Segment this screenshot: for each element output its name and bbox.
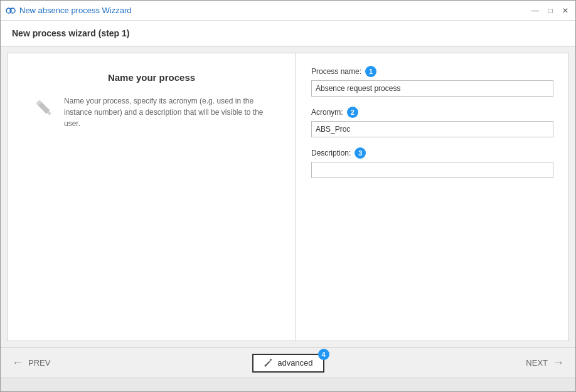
description-input[interactable] bbox=[311, 162, 553, 178]
process-name-group: Process name: 1 bbox=[311, 66, 553, 97]
prev-label[interactable]: PREV bbox=[28, 358, 50, 368]
minimize-button[interactable]: — bbox=[530, 6, 540, 15]
footer-right: NEXT → bbox=[526, 356, 564, 369]
bottom-bar bbox=[1, 378, 575, 391]
svg-point-1 bbox=[10, 8, 15, 13]
main-content: Name your process Name your process, spe… bbox=[7, 53, 569, 341]
window-body: New process wizard (step 1) Name your pr… bbox=[1, 21, 575, 378]
description-label-text: Description: bbox=[311, 149, 351, 157]
process-name-badge: 1 bbox=[365, 66, 376, 77]
title-bar: New absence process Wizzard — □ ✕ bbox=[1, 1, 575, 21]
main-window: New absence process Wizzard — □ ✕ New pr… bbox=[0, 0, 576, 392]
description-label: Description: 3 bbox=[311, 147, 553, 159]
left-panel-body: Name your process, specify its acronym (… bbox=[33, 95, 270, 129]
description-badge: 3 bbox=[355, 147, 366, 159]
svg-point-6 bbox=[265, 364, 267, 366]
acronym-input[interactable] bbox=[311, 121, 553, 137]
advanced-button[interactable]: advanced 4 bbox=[252, 354, 324, 373]
footer: ← PREV advanced 4 NEXT → bbox=[1, 347, 575, 378]
process-name-input[interactable] bbox=[311, 80, 553, 97]
pencil-icon bbox=[33, 97, 55, 121]
step-header: New process wizard (step 1) bbox=[1, 21, 575, 46]
process-name-label: Process name: 1 bbox=[311, 66, 553, 77]
footer-left: ← PREV bbox=[12, 356, 50, 369]
right-panel: Process name: 1 Acronym: 2 Des bbox=[296, 53, 568, 341]
left-panel-description: Name your process, specify its acronym (… bbox=[64, 95, 270, 129]
title-bar-left: New absence process Wizzard bbox=[6, 6, 131, 16]
window-controls: — □ ✕ bbox=[530, 6, 570, 15]
wrench-icon bbox=[264, 358, 274, 368]
description-group: Description: 3 bbox=[311, 147, 553, 178]
advanced-label: advanced bbox=[277, 358, 312, 368]
acronym-label: Acronym: 2 bbox=[311, 107, 553, 118]
acronym-group: Acronym: 2 bbox=[311, 107, 553, 137]
app-icon bbox=[6, 6, 16, 16]
window-title: New absence process Wizzard bbox=[19, 6, 131, 15]
next-label[interactable]: NEXT bbox=[526, 358, 548, 368]
prev-arrow-icon: ← bbox=[12, 356, 23, 369]
left-panel-title: Name your process bbox=[33, 72, 270, 83]
next-arrow-icon: → bbox=[553, 356, 564, 369]
advanced-badge: 4 bbox=[318, 349, 329, 360]
acronym-label-text: Acronym: bbox=[311, 108, 343, 117]
left-panel: Name your process Name your process, spe… bbox=[8, 53, 296, 341]
acronym-badge: 2 bbox=[347, 107, 358, 118]
step-title: New process wizard (step 1) bbox=[12, 28, 130, 38]
process-name-label-text: Process name: bbox=[311, 67, 361, 76]
maximize-button[interactable]: □ bbox=[545, 6, 555, 15]
close-button[interactable]: ✕ bbox=[560, 6, 570, 15]
